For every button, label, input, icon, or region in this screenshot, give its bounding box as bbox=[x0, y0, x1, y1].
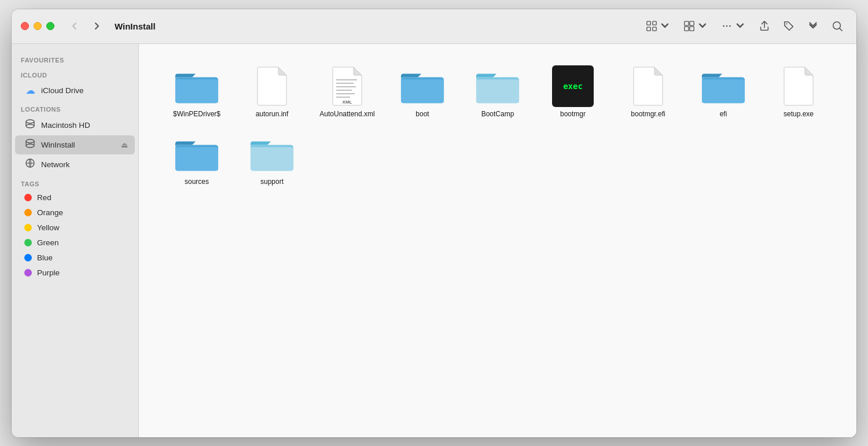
file-name: bootmgr.efi bbox=[631, 110, 665, 119]
file-icon-folder bbox=[399, 66, 446, 106]
file-item[interactable]: $WinPEDriver$ bbox=[162, 61, 231, 124]
file-item[interactable]: sources bbox=[162, 129, 231, 191]
file-item[interactable]: autorun.inf bbox=[237, 61, 307, 124]
file-item[interactable]: efi bbox=[689, 61, 758, 124]
file-item[interactable]: setup.exe bbox=[764, 61, 833, 124]
more-actions-button[interactable] bbox=[717, 17, 750, 35]
file-item[interactable]: boot bbox=[388, 61, 457, 124]
minimize-button[interactable] bbox=[34, 22, 42, 30]
file-item[interactable]: execbootmgr bbox=[538, 61, 608, 124]
maximize-button[interactable] bbox=[46, 22, 54, 30]
file-icon-folder bbox=[174, 134, 220, 174]
macintosh-hd-label: Macintosh HD bbox=[41, 121, 128, 130]
hdd-icon bbox=[24, 119, 36, 132]
svg-point-11 bbox=[786, 23, 787, 24]
icloud-drive-label: iCloud Drive bbox=[41, 86, 128, 95]
sidebar-item-tag-red[interactable]: Red bbox=[15, 190, 135, 205]
back-button[interactable] bbox=[66, 19, 83, 34]
locations-section-label: Locations bbox=[12, 100, 138, 115]
sidebar-item-tag-blue[interactable]: Blue bbox=[15, 250, 135, 265]
yellow-tag-label: Yellow bbox=[37, 223, 128, 232]
file-icon-xml: XML bbox=[324, 66, 370, 106]
svg-rect-2 bbox=[647, 27, 650, 31]
file-icon-folder-light bbox=[249, 134, 295, 174]
share-button[interactable] bbox=[755, 17, 774, 35]
red-tag-label: Red bbox=[37, 193, 128, 202]
sidebar-item-tag-purple[interactable]: Purple bbox=[15, 266, 135, 280]
file-name: AutoUnattend.xml bbox=[319, 110, 374, 119]
file-item[interactable]: bootmgr.efi bbox=[613, 61, 683, 124]
green-tag-dot bbox=[24, 239, 32, 246]
sidebar-item-tag-yellow[interactable]: Yellow bbox=[15, 220, 135, 235]
traffic-lights bbox=[21, 22, 54, 30]
file-area: $WinPEDriver$ autorun.inf XML AutoUnatte… bbox=[139, 44, 856, 437]
svg-point-8 bbox=[723, 25, 724, 27]
icon-view-button[interactable] bbox=[642, 17, 675, 35]
svg-point-13 bbox=[26, 124, 34, 128]
svg-rect-32 bbox=[702, 79, 745, 103]
file-name: sources bbox=[185, 178, 209, 187]
svg-rect-6 bbox=[685, 27, 689, 31]
svg-rect-36 bbox=[251, 147, 293, 171]
file-name: BootCamp bbox=[481, 110, 514, 119]
file-item[interactable]: BootCamp bbox=[463, 61, 532, 124]
eject-icon[interactable]: ⏏ bbox=[121, 141, 128, 149]
tags-section-label: Tags bbox=[12, 175, 138, 190]
svg-point-10 bbox=[729, 25, 731, 27]
main-content: Favourites iCloud ☁ iCloud Drive Locatio… bbox=[12, 44, 856, 437]
orange-tag-label: Orange bbox=[37, 208, 128, 217]
tags-list: RedOrangeYellowGreenBluePurple bbox=[12, 190, 138, 280]
tag-button[interactable] bbox=[779, 17, 799, 35]
svg-rect-28 bbox=[401, 79, 444, 103]
wininstall-label: WinInstall bbox=[41, 141, 116, 149]
toolbar: WinInstall bbox=[12, 9, 856, 44]
file-name: $WinPEDriver$ bbox=[173, 110, 220, 119]
svg-rect-4 bbox=[685, 21, 689, 25]
wininstall-hdd-icon bbox=[24, 138, 36, 152]
svg-point-14 bbox=[26, 120, 34, 123]
file-name: autorun.inf bbox=[256, 110, 289, 119]
window-title: WinInstall bbox=[115, 21, 156, 31]
sidebar-item-network[interactable]: Network bbox=[15, 155, 135, 174]
globe-icon bbox=[24, 158, 36, 171]
svg-rect-0 bbox=[647, 21, 650, 25]
file-grid: $WinPEDriver$ autorun.inf XML AutoUnatte… bbox=[162, 61, 833, 191]
favourites-section-label: Favourites bbox=[12, 51, 138, 66]
icloud-section-label: iCloud bbox=[12, 66, 138, 81]
orange-tag-dot bbox=[24, 209, 32, 216]
file-icon-folder bbox=[174, 66, 220, 106]
file-name: setup.exe bbox=[784, 110, 814, 119]
sidebar: Favourites iCloud ☁ iCloud Drive Locatio… bbox=[12, 44, 139, 437]
sidebar-item-macintosh-hd[interactable]: Macintosh HD bbox=[15, 116, 135, 135]
yellow-tag-dot bbox=[24, 224, 32, 231]
search-button[interactable] bbox=[827, 17, 847, 35]
file-icon-folder bbox=[700, 66, 746, 106]
sidebar-item-tag-green[interactable]: Green bbox=[15, 235, 135, 250]
file-item[interactable]: support bbox=[237, 129, 307, 191]
svg-point-16 bbox=[26, 139, 34, 143]
blue-tag-dot bbox=[24, 254, 32, 261]
svg-rect-1 bbox=[653, 21, 656, 25]
svg-rect-5 bbox=[690, 21, 694, 25]
file-icon-folder-light bbox=[475, 66, 521, 106]
more-button[interactable] bbox=[803, 17, 823, 35]
svg-text:XML: XML bbox=[342, 99, 352, 105]
forward-button[interactable] bbox=[88, 19, 105, 34]
file-name: boot bbox=[415, 110, 429, 119]
red-tag-dot bbox=[24, 194, 32, 201]
exec-icon: exec bbox=[552, 65, 594, 107]
file-item[interactable]: XML AutoUnattend.xml bbox=[312, 61, 382, 124]
sidebar-item-wininstall[interactable]: WinInstall ⏏ bbox=[15, 135, 135, 154]
svg-point-9 bbox=[726, 25, 728, 27]
file-icon-doc bbox=[775, 66, 822, 106]
sidebar-item-tag-orange[interactable]: Orange bbox=[15, 205, 135, 220]
svg-rect-3 bbox=[653, 27, 656, 31]
green-tag-label: Green bbox=[37, 238, 128, 247]
finder-window: WinInstall bbox=[12, 9, 856, 437]
file-icon-doc bbox=[625, 66, 671, 106]
list-view-button[interactable] bbox=[679, 17, 712, 35]
file-name: bootmgr bbox=[560, 110, 586, 119]
purple-tag-dot bbox=[24, 269, 32, 277]
sidebar-item-icloud-drive[interactable]: ☁ iCloud Drive bbox=[15, 82, 135, 99]
close-button[interactable] bbox=[21, 22, 29, 30]
